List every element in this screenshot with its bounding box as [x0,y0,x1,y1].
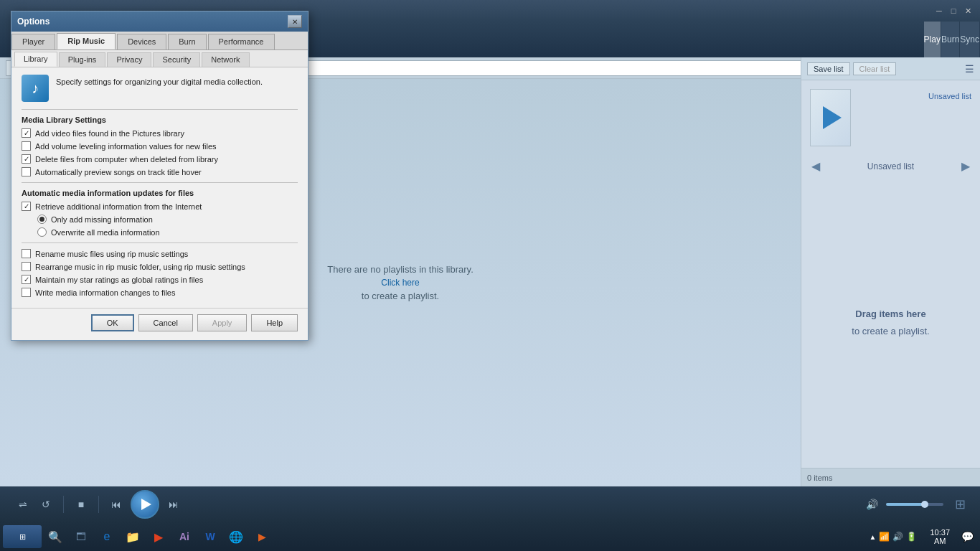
radio-overwrite[interactable] [37,227,47,237]
radio-row-only-add: Only add missing information [37,215,298,224]
subtab-privacy[interactable]: Privacy [107,52,151,67]
checkbox-row-delete-files: Delete files from computer when deleted … [22,154,298,164]
subtab-library[interactable]: Library [14,52,57,67]
checkbox-row-rename: Rename music files using rip music setti… [22,249,298,258]
checkbox-row-write-media: Write media information changes to files [22,288,298,297]
media-library-heading: Media Library Settings [22,116,298,124]
checkbox-row-add-video: Add video files found in the Pictures li… [22,128,298,138]
help-dialog-button[interactable]: Help [251,314,298,331]
checkbox-rearrange[interactable] [22,262,31,271]
subtab-network[interactable]: Network [202,52,249,67]
checkbox-star-ratings-label: Maintain my star ratings as global ratin… [35,276,203,284]
tab-rip-music[interactable]: Rip Music [57,33,116,50]
checkbox-retrieve[interactable] [22,202,31,211]
tab-devices[interactable]: Devices [117,34,166,50]
checkbox-add-volume-label: Add volume leveling information values f… [35,142,217,151]
dialog-header-row: ♪ Specify settings for organizing your d… [22,75,298,102]
checkbox-row-rearrange: Rearrange music in rip music folder, usi… [22,262,298,271]
checkbox-row-star-ratings: Maintain my star ratings as global ratin… [22,275,298,284]
checkbox-rearrange-label: Rearrange music in rip music folder, usi… [35,263,245,271]
checkbox-add-video-label: Add video files found in the Pictures li… [35,129,184,138]
dialog-description: Specify settings for organizing your dig… [56,75,298,86]
dialog-body: ♪ Specify settings for organizing your d… [11,67,308,308]
checkbox-retrieve-label: Retrieve additional information from the… [35,202,202,211]
separator-1 [22,109,298,110]
checkbox-add-video[interactable] [22,128,31,138]
checkbox-star-ratings[interactable] [22,275,31,284]
dialog-buttons-row: OK Cancel Apply Help [11,308,308,340]
checkbox-rename-label: Rename music files using rip music setti… [35,250,188,258]
cancel-button[interactable]: Cancel [138,314,193,331]
radio-overwrite-label: Overwrite all media information [51,228,160,237]
music-icon: ♪ [32,80,39,97]
separator-2 [22,182,298,183]
radio-only-add[interactable] [37,215,47,224]
dialog-overlay: Options ✕ Player Rip Music Devices Burn … [0,0,980,551]
dialog-title: Options [17,17,50,27]
radio-only-add-label: Only add missing information [51,215,153,224]
checkbox-add-volume[interactable] [22,141,31,151]
dialog-tabs: Player Rip Music Devices Burn Performanc… [11,32,308,50]
auto-info-heading: Automatic media information updates for … [22,189,298,197]
checkbox-delete-files-label: Delete files from computer when deleted … [35,155,218,164]
checkbox-write-media[interactable] [22,288,31,297]
checkbox-delete-files[interactable] [22,154,31,164]
ok-button[interactable]: OK [91,314,134,331]
tab-player[interactable]: Player [11,34,55,50]
options-dialog: Options ✕ Player Rip Music Devices Burn … [11,11,308,341]
apply-button[interactable]: Apply [197,314,248,331]
subtab-plugins[interactable]: Plug-ins [59,52,106,67]
subtab-security[interactable]: Security [153,52,200,67]
tab-burn[interactable]: Burn [168,34,206,50]
dialog-icon: ♪ [22,75,49,102]
checkbox-row-retrieve: Retrieve additional information from the… [22,202,298,211]
checkbox-auto-preview-label: Automatically preview songs on track tit… [35,168,202,176]
checkbox-row-auto-preview: Automatically preview songs on track tit… [22,167,298,176]
dialog-titlebar: Options ✕ [11,11,308,32]
dialog-close-button[interactable]: ✕ [288,15,302,28]
dialog-subtabs: Library Plug-ins Privacy Security Networ… [11,50,308,67]
checkbox-write-media-label: Write media information changes to files [35,288,175,297]
radio-row-overwrite: Overwrite all media information [37,227,298,237]
tab-performance[interactable]: Performance [208,34,275,50]
separator-3 [22,242,298,243]
checkbox-row-add-volume: Add volume leveling information values f… [22,141,298,151]
checkbox-rename[interactable] [22,249,31,258]
checkbox-auto-preview[interactable] [22,167,31,176]
